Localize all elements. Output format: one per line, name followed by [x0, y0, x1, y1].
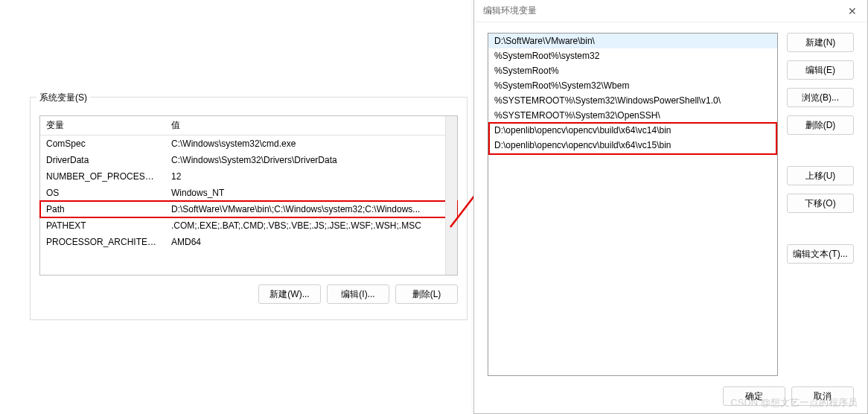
list-item[interactable]: %SystemRoot%\system32: [488, 48, 777, 63]
cell-value: AMD64: [165, 235, 457, 249]
dialog-title: 编辑环境变量: [483, 4, 537, 17]
ok-button[interactable]: 确定: [723, 386, 785, 406]
side-buttons: 新建(N) 编辑(E) 浏览(B)... 删除(D) 上移(U) 下移(O) 编…: [787, 33, 854, 376]
vertical-scrollbar[interactable]: [445, 116, 457, 275]
cell-variable: PROCESSOR_ARCHITECT...: [40, 235, 165, 249]
list-item[interactable]: D:\openlib\opencv\opencv\build\x64\vc15\…: [488, 138, 777, 153]
delete-button[interactable]: 删除(L): [395, 284, 458, 304]
titlebar: 编辑环境变量 ✕: [474, 0, 867, 22]
cell-value: C:\Windows\System32\Drivers\DriverData: [165, 153, 457, 167]
table-row[interactable]: PathD:\SoftWare\VMware\bin\;C:\Windows\s…: [40, 201, 457, 217]
list-item[interactable]: %SYSTEMROOT%\System32\OpenSSH\: [488, 108, 777, 123]
path-values-list[interactable]: D:\SoftWare\VMware\bin\%SystemRoot%\syst…: [488, 33, 778, 376]
cell-value: C:\Windows\system32\cmd.exe: [165, 137, 457, 150]
cell-variable: NUMBER_OF_PROCESSORS: [40, 170, 165, 183]
new-path-button[interactable]: 新建(N): [787, 33, 854, 52]
table-row[interactable]: DriverDataC:\Windows\System32\Drivers\Dr…: [40, 152, 457, 168]
delete-path-button[interactable]: 删除(D): [787, 115, 854, 135]
cell-variable: DriverData: [40, 153, 165, 167]
browse-button[interactable]: 浏览(B)...: [787, 88, 854, 107]
variables-table[interactable]: 变量 值 ComSpecC:\Windows\system32\cmd.exeD…: [39, 115, 458, 276]
cancel-button[interactable]: 取消: [791, 386, 854, 406]
cell-value: .COM;.EXE;.BAT;.CMD;.VBS;.VBE;.JS;.JSE;.…: [165, 219, 457, 232]
table-row[interactable]: OSWindows_NT: [40, 185, 457, 201]
close-icon[interactable]: ✕: [842, 3, 863, 19]
edit-button[interactable]: 编辑(I)...: [327, 284, 389, 304]
group-title: 系统变量(S): [36, 92, 90, 104]
move-down-button[interactable]: 下移(O): [787, 194, 854, 213]
table-row[interactable]: ComSpecC:\Windows\system32\cmd.exe: [40, 136, 457, 152]
table-row[interactable]: PATHEXT.COM;.EXE;.BAT;.CMD;.VBS;.VBE;.JS…: [40, 217, 457, 234]
table-row[interactable]: NUMBER_OF_PROCESSORS12: [40, 168, 457, 185]
edit-text-button[interactable]: 编辑文本(T)...: [787, 244, 854, 264]
list-item[interactable]: %SYSTEMROOT%\System32\WindowsPowerShell\…: [488, 93, 777, 108]
cell-value: 12: [165, 170, 457, 183]
list-item[interactable]: %SystemRoot%\System32\Wbem: [488, 78, 777, 93]
table-row[interactable]: PROCESSOR_ARCHITECT...AMD64: [40, 234, 457, 250]
table-header: 变量 值: [40, 116, 457, 136]
system-variables-group: 系统变量(S) 变量 值 ComSpecC:\Windows\system32\…: [30, 97, 467, 320]
cell-variable: OS: [40, 186, 165, 200]
cell-value: Windows_NT: [165, 186, 457, 200]
list-item[interactable]: %SystemRoot%: [488, 63, 777, 78]
move-up-button[interactable]: 上移(U): [787, 166, 854, 185]
edit-path-button[interactable]: 编辑(E): [787, 60, 854, 80]
column-header-value[interactable]: 值: [165, 116, 457, 135]
list-item[interactable]: D:\openlib\opencv\opencv\build\x64\vc14\…: [488, 123, 777, 138]
cell-variable: Path: [40, 203, 165, 216]
list-item[interactable]: D:\SoftWare\VMware\bin\: [488, 34, 777, 48]
system-variables-panel: 系统变量(S) 变量 值 ComSpecC:\Windows\system32\…: [30, 97, 467, 320]
new-button[interactable]: 新建(W)...: [258, 284, 321, 304]
cell-value: D:\SoftWare\VMware\bin\;C:\Windows\syste…: [165, 203, 457, 216]
edit-env-variable-dialog: 编辑环境变量 ✕ D:\SoftWare\VMware\bin\%SystemR…: [473, 0, 868, 414]
cell-variable: PATHEXT: [40, 219, 165, 232]
cell-variable: ComSpec: [40, 137, 165, 150]
column-header-variable[interactable]: 变量: [40, 116, 165, 135]
